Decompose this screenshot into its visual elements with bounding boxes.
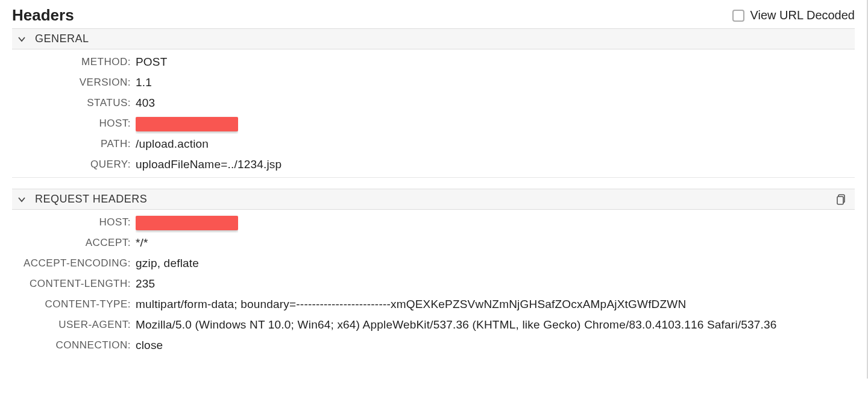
section-title-request: Request Headers	[35, 193, 147, 206]
header-row: Path:/upload.action	[12, 134, 855, 154]
header-value: POST	[136, 52, 168, 72]
headers-panel: Headers View URL Decoded General Method:…	[0, 0, 868, 379]
header-value: multipart/form-data; boundary=----------…	[136, 294, 686, 315]
header-value: 1.1	[136, 72, 152, 93]
header-row: Content-Length:235	[12, 274, 855, 294]
header-row: Method:POST	[12, 52, 855, 72]
header-row: Content-Type:multipart/form-data; bounda…	[12, 294, 855, 315]
header-key: Content-Length:	[12, 274, 136, 294]
general-rows: Method:POSTVersion:1.1Status:403Host:Pat…	[12, 52, 855, 178]
header-value: close	[136, 335, 163, 356]
svg-rect-1	[837, 196, 843, 204]
header-value: 235	[136, 274, 155, 294]
section-title-general: General	[35, 33, 89, 45]
header-key: Content-Type:	[12, 294, 136, 315]
checkbox-icon	[732, 10, 744, 22]
header-row: Host:	[12, 113, 855, 134]
header-key: Host:	[12, 212, 136, 233]
copy-icon[interactable]	[835, 193, 848, 208]
header-row: Version:1.1	[12, 72, 855, 93]
redacted-value	[136, 216, 238, 230]
header-key: Version:	[12, 72, 136, 93]
header-row: Accept-Encoding:gzip, deflate	[12, 253, 855, 274]
header-key: Accept:	[12, 233, 136, 253]
panel-top-row: Headers View URL Decoded	[12, 6, 855, 25]
header-row: Connection:close	[12, 335, 855, 356]
header-key: Accept-Encoding:	[12, 253, 136, 274]
header-key: Host:	[12, 113, 136, 134]
header-row: Query:uploadFileName=../1234.jsp	[12, 154, 855, 175]
header-key: Query:	[12, 154, 136, 175]
header-value: /upload.action	[136, 134, 209, 154]
header-key: Connection:	[12, 335, 136, 356]
header-row: Status:403	[12, 93, 855, 113]
section-header-request[interactable]: Request Headers	[12, 189, 855, 210]
header-row: Accept:*/*	[12, 233, 855, 253]
view-url-decoded-toggle[interactable]: View URL Decoded	[732, 8, 855, 22]
header-value: Mozilla/5.0 (Windows NT 10.0; Win64; x64…	[136, 315, 777, 335]
redacted-value	[136, 117, 238, 131]
view-url-decoded-label: View URL Decoded	[750, 8, 855, 22]
chevron-down-icon	[17, 34, 27, 44]
header-value: gzip, deflate	[136, 253, 199, 274]
header-key: User-Agent:	[12, 315, 136, 335]
header-value: */*	[136, 233, 148, 253]
header-row: Host:	[12, 212, 855, 233]
header-row: User-Agent:Mozilla/5.0 (Windows NT 10.0;…	[12, 315, 855, 335]
request-rows: Host:Accept:*/*Accept-Encoding:gzip, def…	[12, 212, 855, 356]
header-key: Status:	[12, 93, 136, 113]
header-key: Path:	[12, 134, 136, 154]
header-value	[136, 113, 238, 134]
section-divider	[12, 177, 855, 178]
header-value	[136, 212, 238, 233]
section-header-general[interactable]: General	[12, 28, 855, 49]
header-key: Method:	[12, 52, 136, 72]
header-value: uploadFileName=../1234.jsp	[136, 154, 281, 175]
panel-title: Headers	[12, 6, 74, 25]
chevron-down-icon	[17, 195, 27, 204]
header-value: 403	[136, 93, 155, 113]
